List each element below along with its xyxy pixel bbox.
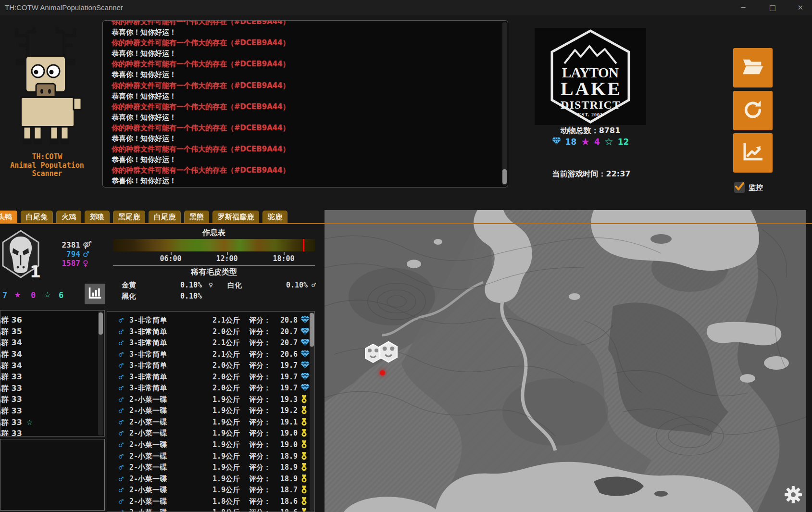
animal-list-item-10[interactable]: ♂2-小菜一碟1.9公斤评分：19.0 [107, 428, 314, 439]
refresh-icon [742, 99, 763, 122]
animal-list-item-12[interactable]: ♂2-小菜一碟1.9公斤评分：18.9 [107, 451, 314, 462]
group-list-item-9[interactable]: 鸭群 33☆ [0, 417, 104, 428]
diamond-medal-icon [300, 373, 310, 381]
weight-value: 1.9公斤 [197, 429, 240, 438]
animal-list-item-3[interactable]: ♂3-非常简单2.1公斤评分：20.6 [107, 349, 314, 361]
group-list-item-7[interactable]: 鸭群 33 [0, 394, 104, 406]
difficulty-label: 3-非常简单 [129, 316, 167, 325]
difficulty-label: 2-小菜一碟 [129, 452, 167, 461]
map-settings-button[interactable] [784, 485, 803, 504]
sex-male-icon: ♂ [119, 508, 124, 512]
reserve-total-value: 8781 [599, 126, 621, 135]
group-list-item-8[interactable]: 鸭群 33 [0, 406, 104, 417]
animal-list-item-17[interactable]: ♂2-小菜一碟1.8公斤评分：18.6 [107, 507, 314, 512]
animal-list-item-1[interactable]: ♂3-非常简单2.0公斤评分：20.7 [107, 326, 314, 338]
score-label: 评分： [249, 418, 271, 427]
log-scrollbar-thumb[interactable] [502, 169, 507, 184]
male-icon: ♂ [83, 250, 89, 259]
minimize-icon[interactable]: ─ [734, 2, 753, 13]
group-list-item-2[interactable]: 鸭群 34 [0, 337, 104, 349]
score-label: 评分： [249, 475, 271, 484]
animal-list-item-0[interactable]: ♂3-非常简单2.1公斤评分：20.8 [107, 315, 314, 326]
score-label: 评分： [249, 508, 271, 512]
group-list-item-10[interactable]: 鸭群 33 [0, 428, 104, 437]
animal-list-scrollbar-thumb[interactable] [310, 313, 314, 347]
monitor-label: 监控 [749, 183, 763, 192]
refresh-button[interactable] [733, 91, 773, 130]
group-list-item-5[interactable]: 鸭群 33 [0, 372, 104, 383]
animal-list-item-16[interactable]: ♂2-小菜一碟1.8公斤评分：18.6 [107, 496, 314, 508]
difficulty-label: 2-小菜一碟 [129, 418, 167, 427]
sex-male-icon: ♂ [119, 384, 124, 393]
notes-input-box[interactable] [0, 439, 105, 511]
species-tab-8[interactable]: 驼鹿 [262, 211, 287, 224]
great-one-star-icon: ★ [14, 288, 21, 300]
group-list-item-6[interactable]: 鸭群 33 [0, 383, 104, 395]
monitor-checkbox[interactable] [734, 182, 745, 193]
svg-text:LAKE: LAKE [561, 78, 620, 100]
species-tab-2[interactable]: 火鸡 [56, 211, 81, 224]
log-line-rare: 你的种群文件可能有一个伟大的存在（#DCEB9A44） [112, 59, 501, 69]
gold-medal-icon [300, 452, 310, 461]
reserve-map[interactable] [325, 210, 806, 512]
animal-list-item-9[interactable]: ♂2-小菜一碟1.9公斤评分：19.1 [107, 417, 314, 428]
gold-medal-icon [300, 406, 310, 415]
animal-list-item-7[interactable]: ♂2-小菜一碟1.9公斤评分：19.3 [107, 394, 314, 406]
score-label: 评分： [249, 497, 271, 506]
animal-list-item-8[interactable]: ♂2-小菜一碟1.9公斤评分：19.2 [107, 405, 314, 417]
sex-male-icon: ♂ [119, 395, 124, 404]
app-window: TH:COTW AnimalPopulationScanner ─ □ ✕ [0, 0, 812, 512]
score-value: 19.7 [269, 361, 298, 370]
close-icon[interactable]: ✕ [791, 2, 810, 13]
group-list-item-4[interactable]: 鸭群 34 [0, 360, 104, 372]
species-tab-6[interactable]: 黑熊 [184, 211, 209, 224]
fur-name: 金黄 [122, 281, 136, 290]
animal-list-item-2[interactable]: ♂3-非常简单2.1公斤评分：20.7 [107, 337, 314, 349]
sex-male-icon: ♂ [119, 418, 124, 427]
gold-medal-icon [300, 486, 310, 494]
fur-name: 白化 [227, 281, 242, 290]
mascot-deer-image [2, 24, 89, 150]
group-list-scrollbar-thumb[interactable] [99, 312, 103, 335]
animal-list-item-5[interactable]: ♂3-非常简单2.0公斤评分：19.7 [107, 372, 314, 383]
fur-sex: ♂ [312, 281, 316, 289]
weight-value: 2.1公斤 [197, 338, 240, 348]
species-tab-3[interactable]: 郊狼 [85, 211, 110, 224]
difficulty-label: 2-小菜一碟 [129, 508, 167, 512]
maximize-icon[interactable]: □ [763, 2, 782, 13]
species-tab-0[interactable]: 头鸭 [0, 211, 17, 224]
animal-cluster-marker[interactable] [365, 344, 381, 363]
species-tab-7[interactable]: 罗斯福麋鹿 [212, 211, 259, 224]
animal-list-item-4[interactable]: ♂3-非常简单2.0公斤评分：19.7 [107, 360, 314, 372]
animal-list-item-13[interactable]: ♂2-小菜一碟1.9公斤评分：18.9 [107, 462, 314, 474]
weight-value: 1.8公斤 [197, 508, 240, 512]
difficulty-label: 2-小菜一碟 [129, 475, 167, 484]
animal-list-item-14[interactable]: ♂2-小菜一碟1.9公斤评分：18.9 [107, 474, 314, 485]
species-tab-4[interactable]: 黑尾鹿 [113, 211, 145, 224]
species-great-one-count: 0 [31, 290, 36, 300]
statistics-button[interactable] [733, 133, 773, 173]
score-value: 19.7 [269, 384, 298, 392]
species-tab-5[interactable]: 白尾鹿 [149, 211, 181, 224]
open-file-button[interactable] [733, 48, 773, 87]
score-label: 评分： [249, 463, 271, 472]
species-chart-button[interactable] [85, 284, 105, 304]
animal-cluster-marker[interactable] [379, 341, 398, 363]
diamond-medal-icon [300, 338, 310, 347]
log-console[interactable]: 你的种群文件可能有一个伟大的存在（#DCEB9A44）恭喜你！知你好运！你的种群… [102, 20, 508, 187]
sex-male-icon: ♂ [119, 486, 124, 495]
log-scrollbar[interactable] [502, 22, 507, 186]
group-list-item-3[interactable]: 鸭群 34 [0, 349, 104, 361]
animal-list[interactable]: ♂3-非常简单2.1公斤评分：20.8♂3-非常简单2.0公斤评分：20.7♂3… [107, 311, 315, 512]
animal-list-item-15[interactable]: ♂2-小菜一碟1.9公斤评分：18.7 [107, 485, 314, 496]
great-one-star-icon: ★ [581, 136, 590, 148]
log-line-rare: 你的种群文件可能有一个伟大的存在（#DCEB9A44） [112, 37, 501, 48]
group-list-item-0[interactable]: 鸭群 36 [0, 315, 104, 326]
species-male-count: 794 [46, 250, 80, 259]
gold-medal-icon [300, 395, 310, 404]
species-tab-1[interactable]: 白尾兔 [21, 211, 53, 224]
group-list-item-1[interactable]: 鸭群 35 [0, 326, 104, 338]
animal-list-item-11[interactable]: ♂2-小菜一碟1.9公斤评分：19.0 [107, 439, 314, 451]
group-list[interactable]: 鸭群 36鸭群 35鸭群 34鸭群 34鸭群 34鸭群 33鸭群 33鸭群 33… [0, 310, 105, 437]
animal-list-item-6[interactable]: ♂3-非常简单2.0公斤评分：19.7 [107, 383, 314, 394]
